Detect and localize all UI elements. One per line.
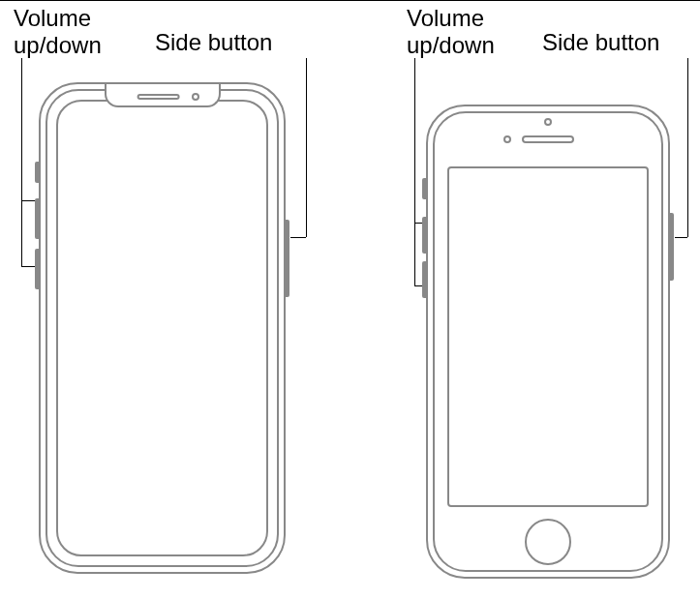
mute-switch	[422, 178, 428, 199]
lead-side-left-h	[290, 237, 306, 238]
screen	[56, 100, 268, 556]
volume-up-button	[422, 217, 428, 254]
front-camera-icon	[192, 93, 199, 101]
lead-side-right-h	[675, 237, 687, 238]
iphone-faceid	[39, 82, 286, 574]
screen	[447, 166, 649, 507]
home-button-icon	[525, 519, 571, 565]
lead-side-left-v	[306, 58, 307, 237]
volume-down-button	[35, 249, 41, 289]
lead-volume-left-h2	[21, 266, 35, 267]
label-volume-right: Volume up/down	[407, 5, 495, 59]
earpiece-speaker-icon	[137, 94, 179, 100]
label-side-right: Side button	[542, 29, 659, 56]
proximity-sensor-icon	[503, 135, 511, 143]
iphone-homebutton	[426, 105, 670, 579]
front-camera-icon	[544, 118, 552, 126]
label-side-left: Side button	[155, 29, 272, 56]
mute-switch	[35, 162, 41, 183]
volume-down-button	[422, 261, 428, 298]
lead-side-right-v	[687, 58, 688, 237]
side-button	[668, 213, 674, 281]
lead-volume-left-v	[21, 58, 22, 266]
label-volume-left: Volume up/down	[14, 5, 102, 59]
lead-volume-left-h1	[21, 200, 35, 201]
earpiece-speaker-icon	[522, 135, 574, 143]
volume-up-button	[35, 198, 41, 239]
lead-volume-right-v	[414, 58, 415, 285]
side-button	[284, 220, 289, 297]
top-rule	[0, 0, 700, 1]
